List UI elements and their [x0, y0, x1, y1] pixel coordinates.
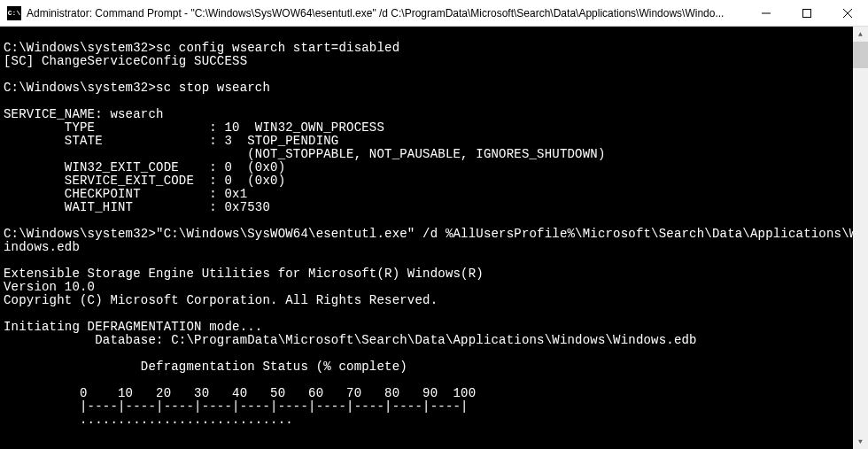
minimize-icon [762, 9, 771, 18]
close-button[interactable] [827, 0, 868, 26]
vertical-scrollbar[interactable]: ▲ ▼ [853, 27, 868, 449]
console-output[interactable]: C:\Windows\system32>sc config wsearch st… [0, 27, 853, 449]
scroll-track[interactable] [853, 42, 868, 434]
window-title: Administrator: Command Prompt - "C:\Wind… [27, 7, 746, 19]
svg-rect-1 [803, 9, 811, 17]
close-icon [843, 9, 852, 18]
console-area: C:\Windows\system32>sc config wsearch st… [0, 27, 868, 449]
cmd-icon: C:\ [7, 6, 21, 20]
maximize-button[interactable] [787, 0, 827, 26]
scroll-thumb[interactable] [853, 42, 868, 68]
titlebar[interactable]: C:\ Administrator: Command Prompt - "C:\… [0, 0, 868, 27]
cmd-icon-label: C:\ [8, 9, 20, 17]
scroll-up-button[interactable]: ▲ [853, 27, 868, 42]
minimize-button[interactable] [746, 0, 787, 26]
scroll-down-button[interactable]: ▼ [853, 434, 868, 449]
window-frame: C:\ Administrator: Command Prompt - "C:\… [0, 0, 868, 449]
window-controls [746, 0, 868, 26]
maximize-icon [802, 9, 811, 18]
